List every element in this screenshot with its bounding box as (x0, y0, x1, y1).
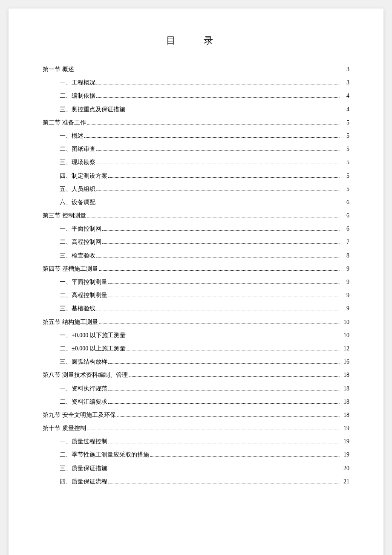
toc-entry: 四、制定测设方案5 (43, 171, 349, 181)
toc-entry: 二、资料汇编要求18 (43, 396, 349, 407)
toc-entry: 三、测控重点及保证措施4 (43, 104, 349, 115)
toc-page-number: 20 (341, 463, 349, 474)
toc-label: 第十节 质量控制 (43, 423, 86, 434)
toc-entry: 一、工程概况3 (43, 77, 349, 88)
toc-page-number: 5 (341, 130, 349, 141)
toc-dots (127, 350, 340, 350)
toc-page-number: 5 (341, 144, 349, 154)
toc-page-number: 6 (341, 223, 349, 234)
toc-label: 一、平面控制测量 (43, 277, 107, 287)
toc-page-number: 9 (341, 290, 349, 301)
toc-dots (108, 283, 340, 284)
toc-label: 二、编制依据 (43, 90, 95, 101)
toc-page-number: 3 (341, 64, 349, 75)
toc-label: 三、现场勘察 (43, 157, 95, 168)
toc-dots (87, 124, 340, 124)
toc-page-number: 9 (341, 263, 349, 274)
page-title: 目 录 (43, 34, 349, 47)
toc-label: 三、测控重点及保证措施 (43, 104, 125, 115)
toc-label: 一、工程概况 (43, 77, 95, 88)
toc-page-number: 3 (341, 77, 349, 88)
toc-entry: 四、质量保证流程21 (43, 476, 349, 487)
toc-page-number: 16 (341, 356, 349, 367)
toc-label: 一、±0.000 以下施工测量 (43, 330, 126, 341)
toc-entry: 第二节 准备工作5 (43, 117, 349, 128)
toc-entry: 二、季节性施工测量应采取的措施19 (43, 449, 349, 460)
toc-entry: 二、±0.000 以上施工测量12 (43, 343, 349, 354)
toc-label: 一、平面控制网 (43, 223, 101, 234)
toc-page-number: 18 (341, 396, 349, 407)
toc-label: 四、质量保证流程 (43, 476, 107, 487)
toc-entry: 二、高程控制测量9 (43, 290, 349, 301)
toc-label: 第九节 安全文明施工及环保 (43, 410, 116, 420)
toc-label: 五、人员组织 (43, 184, 95, 194)
toc-label: 一、资料执行规范 (43, 383, 107, 394)
toc-dots (117, 416, 340, 417)
toc-label: 第四节 基槽施工测量 (43, 263, 98, 274)
toc-dots (108, 297, 340, 297)
toc-label: 第二节 准备工作 (43, 117, 86, 128)
toc-page-number: 21 (341, 476, 349, 487)
toc-entry: 一、平面控制网6 (43, 223, 349, 234)
toc-page-number: 6 (341, 197, 349, 208)
toc-page-number: 8 (341, 250, 349, 261)
toc-dots (99, 270, 340, 271)
toc-page-number: 10 (341, 330, 349, 341)
toc-entry: 一、平面控制测量9 (43, 277, 349, 287)
toc-page-number: 9 (341, 277, 349, 287)
toc-entry: 第四节 基槽施工测量9 (43, 263, 349, 274)
toc-label: 二、资料汇编要求 (43, 396, 107, 407)
toc-page-number: 18 (341, 370, 349, 380)
toc-page-number: 19 (341, 449, 349, 460)
toc-page-number: 5 (341, 157, 349, 168)
toc-dots (102, 230, 340, 231)
toc-dots (96, 164, 340, 164)
toc-label: 三、基槽验线 (43, 303, 95, 314)
toc-label: 一、概述 (43, 130, 84, 141)
toc-dots (87, 217, 340, 217)
toc-dots (96, 97, 340, 98)
toc-container: 第一节 概述3一、工程概况3二、编制依据4三、测控重点及保证措施4第二节 准备工… (43, 64, 349, 487)
toc-dots (108, 177, 340, 178)
toc-entry: 六、设备调配6 (43, 197, 349, 208)
toc-entry: 第三节 控制测量6 (43, 210, 349, 221)
toc-entry: 三、现场勘察5 (43, 157, 349, 168)
toc-page-number: 18 (341, 410, 349, 420)
toc-dots (99, 324, 340, 324)
toc-label: 二、高程控制网 (43, 237, 101, 247)
toc-entry: 第九节 安全文明施工及环保18 (43, 410, 349, 420)
toc-dots (96, 84, 340, 84)
toc-entry: 二、编制依据4 (43, 90, 349, 101)
toc-dots (96, 191, 340, 191)
toc-label: 一、质量过程控制 (43, 436, 107, 447)
toc-page-number: 9 (341, 303, 349, 314)
document-page: 目 录 第一节 概述3一、工程概况3二、编制依据4三、测控重点及保证措施4第二节… (9, 9, 383, 555)
toc-entry: 二、高程控制网7 (43, 237, 349, 247)
toc-label: 二、高程控制测量 (43, 290, 107, 301)
toc-entry: 三、检查验收8 (43, 250, 349, 261)
toc-dots (96, 204, 340, 204)
toc-label: 二、图纸审查 (43, 144, 95, 154)
toc-dots (129, 376, 340, 377)
toc-label: 四、制定测设方案 (43, 171, 107, 181)
toc-page-number: 5 (341, 171, 349, 181)
toc-page-number: 19 (341, 436, 349, 447)
toc-entry: 五、人员组织5 (43, 184, 349, 194)
toc-label: 第一节 概述 (43, 64, 74, 75)
toc-entry: 三、质量保证措施20 (43, 463, 349, 474)
toc-page-number: 19 (341, 423, 349, 434)
toc-page-number: 18 (341, 383, 349, 394)
toc-dots (87, 430, 340, 430)
toc-label: 第八节 测量技术资料编制、管理 (43, 370, 128, 380)
toc-entry: 一、±0.000 以下施工测量10 (43, 330, 349, 341)
toc-page-number: 7 (341, 237, 349, 247)
toc-dots (108, 403, 340, 404)
toc-dots (102, 243, 340, 244)
toc-dots (108, 470, 340, 470)
toc-entry: 一、资料执行规范18 (43, 383, 349, 394)
toc-dots (108, 363, 340, 364)
toc-entry: 第五节 结构施工测量10 (43, 317, 349, 327)
toc-label: 六、设备调配 (43, 197, 95, 208)
toc-dots (96, 257, 340, 257)
toc-label: 二、季节性施工测量应采取的措施 (43, 449, 149, 460)
